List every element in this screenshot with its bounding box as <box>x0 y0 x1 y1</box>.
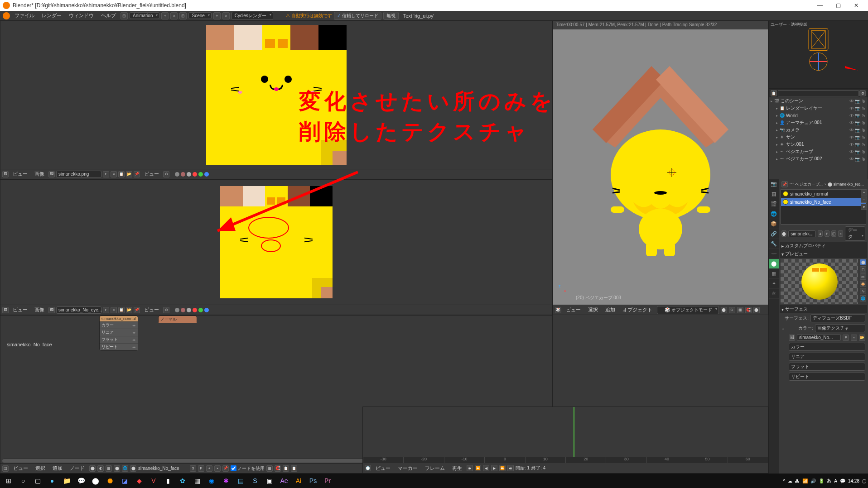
node-material-field[interactable]: simanekko_No_face <box>138 466 188 471</box>
outliner-item[interactable]: ▸〰ベジエカーブ👁📷🖱 <box>769 148 868 155</box>
ai-icon[interactable]: Ai <box>292 474 305 487</box>
fake-user-button[interactable]: F <box>103 307 109 313</box>
img-fake-user[interactable]: F <box>843 335 849 341</box>
jump-prev-icon[interactable]: ⏪ <box>475 465 481 471</box>
vp-view-menu[interactable]: ビュー <box>563 306 583 313</box>
color-channel-icon[interactable] <box>181 308 185 312</box>
tray-ime-icon[interactable]: あ <box>827 478 831 484</box>
tab-constraints[interactable]: 🔗 <box>769 229 779 239</box>
pin-icon[interactable]: 📌 <box>134 307 140 313</box>
close-button[interactable]: ✕ <box>847 0 865 11</box>
material-name-field[interactable]: simanekk... <box>788 230 816 237</box>
outliner-item[interactable]: ▸☀サン👁📷🖱 <box>769 134 868 141</box>
new-image-button[interactable]: 📋 <box>118 307 125 313</box>
outliner-item[interactable]: ▸📋レンダーレイヤー👁📷🖱 <box>769 105 868 112</box>
outliner-item[interactable]: ▸👤アーマチュア.001👁📷🖱 <box>769 119 868 126</box>
blender-icon[interactable] <box>3 12 10 19</box>
colorspace-dropdown[interactable]: カラー <box>789 343 865 351</box>
tab-layers[interactable]: 🖼 <box>769 189 779 199</box>
alpha-channel-icon[interactable] <box>187 172 191 177</box>
image-canvas-top[interactable] <box>0 21 552 169</box>
pivot-icon[interactable]: ⊙ <box>729 307 735 313</box>
node-view-menu[interactable]: ビュー <box>10 465 31 472</box>
tex-type-icon[interactable]: ▦ <box>106 465 112 472</box>
mini-viewport[interactable]: ユーザー・透視投影 <box>768 21 868 89</box>
surface-header[interactable]: ▾ サーフェス <box>780 305 867 313</box>
extension-dropdown[interactable]: リピート <box>789 373 865 381</box>
scene-dropdown[interactable]: Scene <box>188 12 211 19</box>
image-name-field[interactable]: simanekko.png <box>56 171 101 178</box>
paste-icon[interactable]: 📋 <box>291 465 297 472</box>
explorer-icon[interactable]: 📁 <box>60 474 73 487</box>
preview-cube-icon[interactable]: ◻ <box>860 266 866 273</box>
terminal-icon[interactable]: ▮ <box>161 474 175 487</box>
fake-user-button[interactable]: F <box>103 171 109 177</box>
chrome-icon[interactable]: ◉ <box>205 474 218 487</box>
tl-view-menu[interactable]: ビュー <box>373 465 393 472</box>
draw-mode-icon[interactable] <box>175 172 179 177</box>
menu-render[interactable]: レンダー <box>39 12 64 19</box>
editor-type-icon[interactable]: ◫ <box>2 465 9 472</box>
blender-taskbar-icon[interactable]: ⬣ <box>103 474 117 487</box>
system-tray[interactable]: ^ ☁ 🖧 📶 🔊 🔋 あ A 💬 14:28 ▢ <box>783 478 866 484</box>
maximize-button[interactable]: ▢ <box>829 0 847 11</box>
blue-channel-icon[interactable] <box>204 308 209 312</box>
mat-unlink[interactable]: × <box>838 230 843 237</box>
custom-props-header[interactable]: ▸ カスタムプロパティ <box>780 242 867 250</box>
red-channel-icon[interactable] <box>193 172 197 177</box>
menu-window[interactable]: ウィンドウ <box>66 12 96 19</box>
mat-link-dropdown[interactable]: データ <box>845 226 865 241</box>
outliner-item[interactable]: ▸📷カメラ👁📷🖱 <box>769 126 868 134</box>
mat-users-count[interactable]: 3 <box>190 465 196 472</box>
tray-power-icon[interactable]: 🔋 <box>819 478 824 483</box>
mat-add[interactable]: + <box>206 465 212 472</box>
pin-icon[interactable]: 📌 <box>134 171 140 177</box>
slack-icon[interactable]: ✱ <box>219 474 233 487</box>
world-link-icon[interactable]: 🌐 <box>122 465 128 472</box>
outliner-filter-icon[interactable]: ⚙ <box>859 90 866 96</box>
add-material-button[interactable]: + <box>861 189 867 196</box>
surface-shader-dropdown[interactable]: ディフューズBSDF <box>810 314 865 322</box>
vp-object-menu[interactable]: オブジェクト <box>620 306 655 313</box>
tray-wifi-icon[interactable]: 📶 <box>802 478 808 483</box>
play-icon[interactable]: ▶ <box>491 465 497 471</box>
tab-texture[interactable]: ▦ <box>769 269 779 279</box>
mat-fake-user[interactable]: F <box>198 465 204 472</box>
material-list[interactable]: simanekko_normal simanekko_No_face <box>781 189 866 225</box>
vp-add-menu[interactable]: 追加 <box>603 306 618 313</box>
node-node-menu[interactable]: ノード <box>67 465 87 472</box>
alpha-channel-icon[interactable] <box>187 308 191 312</box>
steam-icon[interactable]: ⬤ <box>89 474 102 487</box>
menu-help[interactable]: ヘルプ <box>98 12 119 19</box>
backdrop-icon[interactable]: ▦ <box>266 465 273 472</box>
outliner-search[interactable] <box>778 90 858 96</box>
skype-icon[interactable]: S <box>248 474 262 487</box>
ignore-button[interactable]: 無視 <box>383 12 399 20</box>
tray-volume-icon[interactable]: 🔊 <box>810 478 816 483</box>
comp-type-icon[interactable]: ◐ <box>97 465 104 472</box>
preview-sphere-icon[interactable]: ⬤ <box>860 259 866 265</box>
ps-icon[interactable]: Ps <box>306 474 320 487</box>
menu-file[interactable]: ファイル <box>12 12 37 19</box>
layout-dropdown[interactable]: Animation <box>130 12 159 19</box>
tab-modifiers[interactable]: 🔧 <box>769 239 779 249</box>
material-slot-0[interactable]: simanekko_normal <box>781 190 866 198</box>
tab-data[interactable]: 〰 <box>769 249 779 259</box>
open-image-button[interactable]: 📂 <box>126 171 132 177</box>
mat-unlink[interactable]: × <box>214 465 221 472</box>
remove-scene-button[interactable]: × <box>222 12 230 19</box>
jump-end-icon[interactable]: ⏭ <box>507 465 514 471</box>
unlink-button[interactable]: × <box>111 307 117 313</box>
material-slot-1[interactable]: simanekko_No_face <box>781 198 866 206</box>
copy-icon[interactable]: 📋 <box>283 465 289 472</box>
mat-browse-icon[interactable]: ⬤ <box>130 465 136 472</box>
trello-icon[interactable]: ▤ <box>234 474 247 487</box>
editor-type-icon[interactable]: 🖼 <box>2 307 9 313</box>
tab-scene[interactable]: 🎬 <box>769 199 779 209</box>
git-icon[interactable]: ◆ <box>132 474 146 487</box>
mode-dropdown[interactable]: 🎲 オブジェクトモード <box>657 306 719 314</box>
draw-mode-icon[interactable] <box>175 308 179 312</box>
cortana-icon[interactable]: ● <box>45 474 59 487</box>
image-texture-field[interactable]: simanekko_No... <box>797 334 841 341</box>
pr-icon[interactable]: Pr <box>321 474 334 487</box>
